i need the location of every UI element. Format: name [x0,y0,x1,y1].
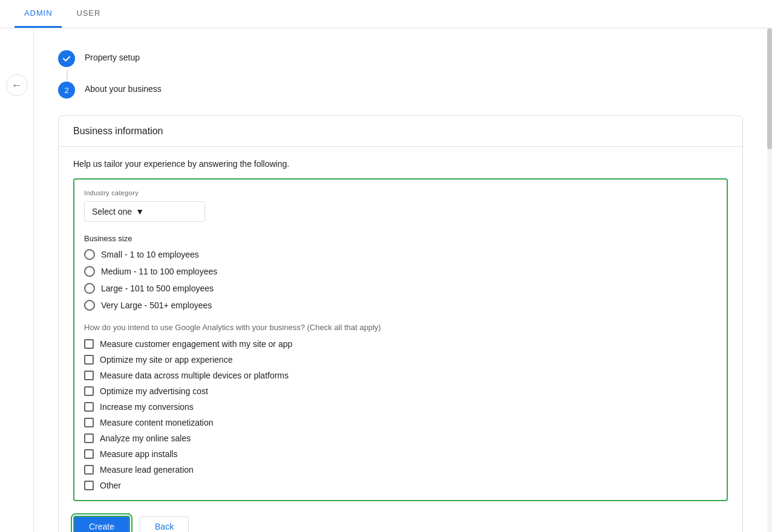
back-arrow-button[interactable]: ← [6,74,28,96]
checkbox-label-1: Measure customer engagement with my site… [100,339,292,349]
step-1-icon [58,50,75,67]
checkbox-group: Measure customer engagement with my site… [84,339,717,490]
step-2-icon: 2 [58,82,75,99]
checkbox-item-1[interactable]: Measure customer engagement with my site… [84,339,717,349]
radio-item-small[interactable]: Small - 1 to 10 employees [84,249,717,260]
action-row: Create Back [73,516,728,532]
radio-very-large [84,300,95,311]
checkbox-item-7[interactable]: Analyze my online sales [84,433,717,443]
radio-medium [84,266,95,277]
intent-label: How do you intend to use Google Analytic… [84,323,717,332]
checkbox-item-8[interactable]: Measure app installs [84,449,717,459]
checkbox-5 [84,402,94,412]
content-area: Property setup 2 About your business Bus… [34,28,767,532]
card-body: Help us tailor your experience by answer… [59,147,742,532]
checkbox-item-5[interactable]: Increase my conversions [84,402,717,412]
checkbox-3 [84,371,94,380]
step-2-label: About your business [85,82,162,94]
radio-item-very-large[interactable]: Very Large - 501+ employees [84,300,717,311]
sidebar: ← [0,28,34,532]
step-list: Property setup 2 About your business [58,43,743,106]
step-item-1: Property setup [58,43,743,74]
checkbox-label-4: Optimize my advertising cost [100,386,208,396]
select-text: Select one [92,207,132,216]
chevron-down-icon: ▼ [136,207,144,216]
checkbox-4 [84,386,94,396]
tab-admin[interactable]: ADMIN [15,0,62,28]
checkbox-2 [84,355,94,365]
checkbox-label-6: Measure content monetization [100,418,214,427]
checkbox-8 [84,449,94,459]
step-item-2: 2 About your business [58,74,743,106]
checkbox-item-9[interactable]: Measure lead generation [84,465,717,475]
scrollbar-thumb [767,28,772,149]
checkbox-item-4[interactable]: Optimize my advertising cost [84,386,717,396]
radio-group: Small - 1 to 10 employees Medium - 11 to… [84,249,717,311]
radio-label-small: Small - 1 to 10 employees [101,250,199,259]
radio-label-large: Large - 101 to 500 employees [101,284,214,293]
checkbox-label-2: Optimize my site or app experience [100,355,232,365]
checkbox-label-9: Measure lead generation [100,465,194,475]
scrollbar[interactable] [767,28,772,532]
radio-item-medium[interactable]: Medium - 11 to 100 employees [84,266,717,277]
checkbox-label-7: Analyze my online sales [100,433,191,443]
step-1-label: Property setup [85,50,140,62]
checkbox-label-8: Measure app installs [100,449,177,459]
checkbox-7 [84,433,94,443]
checkbox-9 [84,465,94,475]
checkbox-item-10[interactable]: Other [84,481,717,490]
checkbox-item-3[interactable]: Measure data across multiple devices or … [84,371,717,380]
checkbox-label-3: Measure data across multiple devices or … [100,371,289,380]
card-subtitle: Help us tailor your experience by answer… [73,159,728,169]
business-info-card: Business information Help us tailor your… [58,115,743,532]
industry-label: Industry category [84,189,717,196]
radio-large [84,283,95,294]
checkbox-item-6[interactable]: Measure content monetization [84,418,717,427]
green-section: Industry category Select one ▼ Business … [73,178,728,501]
checkbox-label-10: Other [100,481,121,490]
radio-item-large[interactable]: Large - 101 to 500 employees [84,283,717,294]
main-layout: ← Property setup 2 About your business [0,28,772,532]
checkbox-6 [84,418,94,427]
checkbox-1 [84,339,94,349]
industry-select[interactable]: Select one ▼ [84,201,205,222]
card-title: Business information [59,116,742,147]
checkbox-item-2[interactable]: Optimize my site or app experience [84,355,717,365]
radio-label-medium: Medium - 11 to 100 employees [101,267,217,276]
checkbox-label-5: Increase my conversions [100,402,194,412]
create-button[interactable]: Create [73,516,130,532]
radio-small [84,249,95,260]
tab-user[interactable]: USER [67,0,110,28]
top-navigation: ADMIN USER [0,0,772,28]
radio-label-very-large: Very Large - 501+ employees [101,300,212,310]
back-button[interactable]: Back [140,516,189,532]
checkbox-10 [84,481,94,490]
business-size-label: Business size [84,234,717,243]
